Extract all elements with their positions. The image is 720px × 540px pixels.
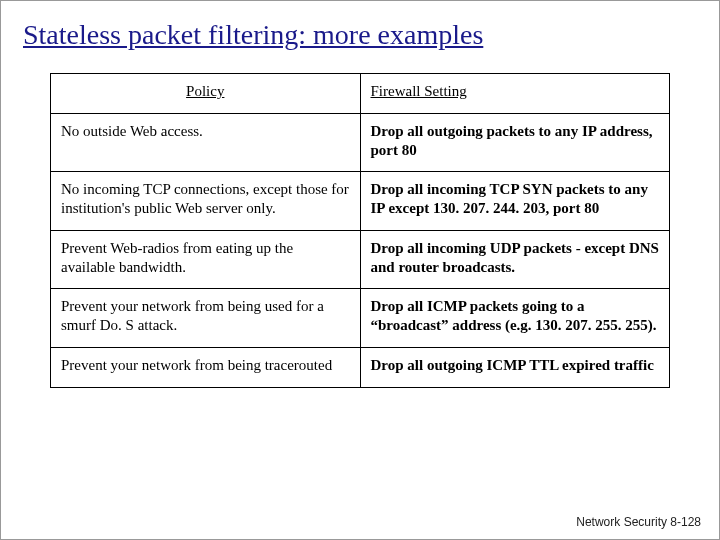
firewall-table: Policy Firewall Setting No outside Web a… (50, 73, 670, 388)
table-row: Prevent Web-radios from eating up the av… (51, 230, 670, 289)
setting-cell: Drop all outgoing ICMP TTL expired traff… (360, 347, 670, 387)
policy-cell: Prevent your network from being tracerou… (51, 347, 361, 387)
setting-cell: Drop all ICMP packets going to a “broadc… (360, 289, 670, 348)
table-row: Prevent your network from being tracerou… (51, 347, 670, 387)
policy-cell: Prevent Web-radios from eating up the av… (51, 230, 361, 289)
table-row: No outside Web access. Drop all outgoing… (51, 113, 670, 172)
policy-cell: Prevent your network from being used for… (51, 289, 361, 348)
setting-cell: Drop all incoming UDP packets - except D… (360, 230, 670, 289)
table-row: No incoming TCP connections, except thos… (51, 172, 670, 231)
setting-cell: Drop all incoming TCP SYN packets to any… (360, 172, 670, 231)
header-setting: Firewall Setting (360, 74, 670, 114)
table-row: Prevent your network from being used for… (51, 289, 670, 348)
table-header-row: Policy Firewall Setting (51, 74, 670, 114)
slide-title: Stateless packet filtering: more example… (1, 1, 719, 51)
policy-cell: No incoming TCP connections, except thos… (51, 172, 361, 231)
policy-cell: No outside Web access. (51, 113, 361, 172)
slide-footer: Network Security 8-128 (576, 515, 701, 529)
header-policy: Policy (51, 74, 361, 114)
setting-cell: Drop all outgoing packets to any IP addr… (360, 113, 670, 172)
